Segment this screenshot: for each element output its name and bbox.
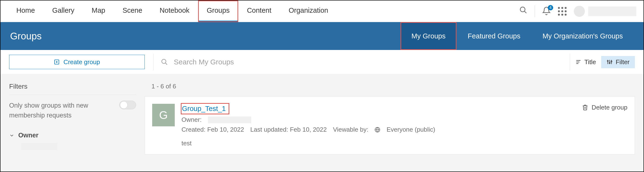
updated-text: Last updated: Feb 10, 2022 (250, 126, 327, 133)
group-card: G Group_Test_1 Owner: Created: Feb 10, 2… (145, 96, 635, 154)
divider (9, 95, 136, 95)
search-icon[interactable] (519, 6, 528, 16)
group-card-body: Group_Test_1 Owner: Created: Feb 10, 202… (182, 104, 575, 147)
group-title-link[interactable]: Group_Test_1 (182, 104, 228, 114)
owner-filter-section[interactable]: Owner (9, 132, 136, 139)
delete-group-label: Delete group (592, 104, 628, 111)
nav-notebook[interactable]: Notebook (151, 0, 198, 22)
created-text: Created: Feb 10, 2022 (182, 126, 244, 133)
toggle-knob (120, 101, 128, 109)
create-group-label: Create group (64, 58, 100, 66)
svg-line-1 (524, 11, 526, 13)
viewable-value: Everyone (public) (386, 126, 435, 133)
filters-heading: Filters (9, 83, 136, 90)
filter-membership-requests: Only show groups with new membership req… (9, 101, 136, 120)
plus-icon (54, 59, 60, 65)
tab-org-groups[interactable]: My Organization's Groups (532, 22, 634, 50)
svg-point-15 (611, 61, 612, 62)
viewable-label: Viewable by: (333, 126, 368, 133)
tab-featured-groups[interactable]: Featured Groups (456, 22, 531, 50)
bell-icon (542, 12, 551, 16)
nav-home[interactable]: Home (8, 0, 44, 22)
svg-point-0 (520, 7, 525, 12)
content: Filters Only show groups with new member… (0, 74, 644, 172)
create-group-button[interactable]: Create group (9, 55, 145, 69)
notification-badge: 4 (548, 5, 553, 10)
sort-label: Title (584, 58, 596, 66)
toolbar: Create group Title Filter (0, 50, 644, 74)
search-icon (161, 58, 168, 66)
globe-icon (374, 127, 380, 132)
subnav: My Groups Featured Groups My Organizatio… (400, 22, 634, 50)
nav-content[interactable]: Content (238, 0, 280, 22)
chevron-down-icon (9, 133, 14, 138)
trash-icon (582, 104, 588, 111)
nav-map[interactable]: Map (83, 0, 114, 22)
page-header: Groups My Groups Featured Groups My Orga… (0, 22, 644, 50)
owner-name (208, 116, 251, 123)
nav-groups[interactable]: Groups (198, 0, 238, 22)
owner-label: Owner (18, 132, 38, 139)
nav-gallery[interactable]: Gallery (44, 0, 83, 22)
filter-label: Filter (616, 58, 630, 66)
svg-point-14 (609, 62, 610, 64)
svg-line-6 (166, 63, 167, 65)
group-meta-dates: Created: Feb 10, 2022 Last updated: Feb … (182, 126, 575, 133)
owner-value (21, 143, 57, 150)
sort-button[interactable]: Title (570, 54, 601, 70)
page-title: Groups (10, 31, 42, 42)
apps-launcher-icon[interactable] (558, 7, 566, 16)
results-main: 1 - 6 of 6 G Group_Test_1 Owner: Created… (145, 74, 644, 172)
avatar (574, 6, 585, 17)
svg-point-13 (607, 60, 608, 62)
nav-organization[interactable]: Organization (280, 0, 337, 22)
search-input[interactable] (174, 58, 318, 66)
search-wrap (154, 58, 570, 66)
group-thumbnail: G (152, 104, 175, 126)
toggle-membership-requests[interactable] (119, 101, 136, 109)
filter-icon (606, 59, 613, 65)
filters-sidebar: Filters Only show groups with new member… (0, 74, 145, 172)
owner-label: Owner: (182, 116, 202, 124)
nav-scene[interactable]: Scene (114, 0, 151, 22)
top-navigation: Home Gallery Map Scene Notebook Groups C… (0, 0, 644, 22)
sort-icon (575, 59, 582, 65)
delete-group-button[interactable]: Delete group (582, 104, 628, 147)
profile-button[interactable] (574, 6, 636, 17)
tab-my-groups[interactable]: My Groups (400, 22, 457, 50)
filter-label: Only show groups with new membership req… (9, 101, 114, 120)
group-description: test (182, 140, 575, 147)
divider (534, 5, 535, 17)
filter-button[interactable]: Filter (601, 56, 635, 68)
notifications-button[interactable]: 4 (542, 6, 551, 16)
results-count: 1 - 6 of 6 (152, 83, 635, 90)
nav-right: 4 (519, 5, 636, 17)
username (588, 6, 636, 16)
group-meta-owner: Owner: (182, 116, 575, 124)
nav-left: Home Gallery Map Scene Notebook Groups C… (8, 0, 337, 22)
svg-point-5 (162, 59, 166, 64)
